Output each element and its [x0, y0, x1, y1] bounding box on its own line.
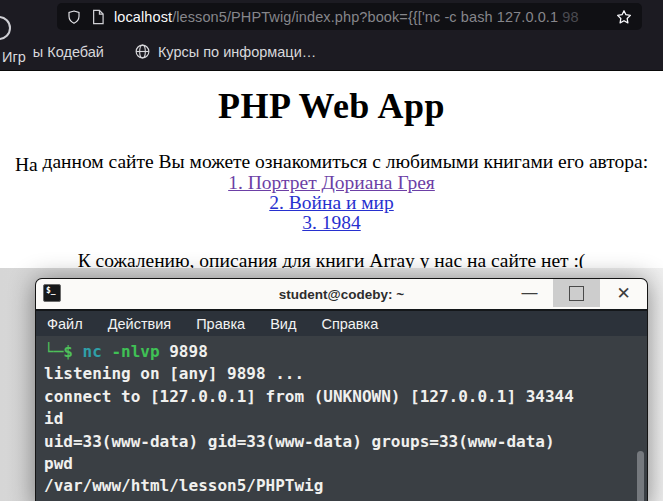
terminal-line: /var/www/html/lesson5/PHPTwig	[44, 475, 647, 497]
menu-item[interactable]: Правка	[196, 316, 245, 332]
terminal-line: pwd	[44, 453, 647, 475]
terminal-line: └─$ nc -nlvp 9898	[44, 341, 647, 363]
terminal-app-icon: $_	[43, 284, 61, 302]
menu-item[interactable]: Действия	[108, 316, 172, 332]
menu-item[interactable]: Справка	[321, 316, 378, 332]
url-bar[interactable]: localhost/lesson5/PHPTwig/index.php?book…	[57, 3, 642, 30]
url-text[interactable]: localhost/lesson5/PHPTwig/index.php?book…	[114, 9, 579, 25]
browser-toolbar: localhost/lesson5/PHPTwig/index.php?book…	[0, 0, 663, 33]
close-button[interactable]: ✕	[600, 279, 647, 307]
terminal-window[interactable]: $_ student@codeby: ~ — ✕ ФайлДействияПра…	[35, 278, 648, 501]
window-controls: — ✕	[506, 279, 647, 307]
bookmarks-bar: Игры Кодебай Курсы по информаци…	[0, 33, 663, 71]
terminal-line: uid=33(www-data) gid=33(www-data) groups…	[44, 431, 647, 453]
intro-text-rest: данном сайте Вы можете ознакомиться с лю…	[38, 151, 649, 172]
url-path-faded: 98	[562, 9, 578, 25]
book-link[interactable]: 2. Война и мир	[0, 193, 663, 213]
url-host: localhost	[114, 9, 172, 25]
maximize-button[interactable]	[553, 279, 600, 307]
page-icon[interactable]	[91, 9, 105, 25]
bookmark-label: ы Кодебай	[33, 44, 104, 60]
terminal-output[interactable]: └─$ nc -nlvp 9898listening on [any] 9898…	[36, 336, 647, 501]
screenshot-root: localhost/lesson5/PHPTwig/index.php?book…	[0, 0, 663, 501]
terminal-titlebar[interactable]: $_ student@codeby: ~ — ✕	[36, 279, 647, 311]
page-title: PHP Web App	[0, 85, 663, 127]
bookmark-item[interactable]: Игры Кодебай	[2, 44, 104, 60]
bookmark-label: Игр	[2, 49, 26, 65]
maximize-icon	[569, 286, 584, 301]
bookmark-label: Курсы по информаци…	[158, 44, 316, 60]
book-link[interactable]: 3. 1984	[0, 213, 663, 233]
menu-item[interactable]: Вид	[270, 316, 296, 332]
menu-item[interactable]: Файл	[47, 316, 83, 332]
terminal-scrollbar[interactable]	[637, 451, 644, 501]
terminal-line: connect to [127.0.0.1] from (UNKNOWN) [1…	[44, 386, 647, 408]
book-link[interactable]: 1. Портрет Дориана Грея	[0, 173, 663, 193]
book-links: 1. Портрет Дориана Грея2. Война и мир3. …	[0, 173, 663, 233]
intro-text: На данном сайте Вы можете ознакомиться с…	[0, 151, 663, 173]
terminal-line: id	[44, 408, 647, 430]
terminal-menubar: ФайлДействияПравкаВидСправка	[36, 311, 647, 336]
url-path: /lesson5/PHPTwig/index.php?book={{['nc -…	[172, 9, 562, 25]
bookmark-item[interactable]: Курсы по информаци…	[134, 43, 316, 60]
terminal-line: listening on [any] 9898 ...	[44, 363, 647, 385]
minimize-button[interactable]: —	[506, 279, 553, 307]
shield-icon[interactable]	[66, 9, 82, 25]
bookmark-star-icon[interactable]	[615, 8, 633, 26]
intro-text-start: На	[15, 154, 38, 175]
globe-icon	[134, 43, 151, 60]
